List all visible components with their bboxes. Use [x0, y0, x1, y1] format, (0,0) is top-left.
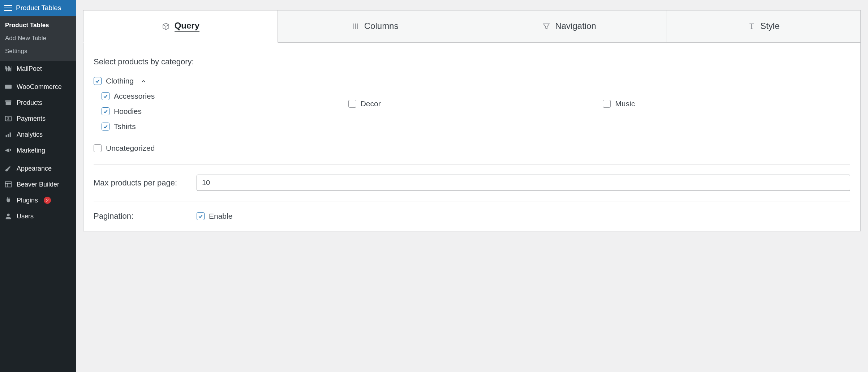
sidebar-item-payments[interactable]: $ Payments: [0, 111, 76, 127]
archive-icon: [4, 99, 12, 107]
sidebar-item-plugins[interactable]: Plugins 2: [0, 192, 76, 208]
query-panel: Select products by category: Clothing Ac…: [83, 43, 861, 231]
sidebar-item-analytics[interactable]: Analytics: [0, 127, 76, 142]
svg-rect-0: [5, 85, 12, 89]
settings-tabs: Query Columns Navigation Style: [83, 10, 861, 43]
hamburger-icon: [4, 5, 12, 11]
category-label: Decor: [361, 99, 381, 108]
category-children-clothing: Accessories Hoodies Tshirts: [102, 92, 341, 131]
category-grid: Clothing Accessories Hoodies Tshirts: [94, 77, 850, 153]
category-item-uncategorized: Uncategorized: [94, 144, 850, 153]
sidebar-item-products[interactable]: Products: [0, 95, 76, 111]
mailpoet-icon: [4, 65, 12, 73]
sidebar-item-label: Plugins: [17, 197, 38, 204]
checkbox-clothing[interactable]: [94, 77, 102, 85]
category-label: Tshirts: [114, 122, 136, 131]
divider: [94, 164, 850, 164]
woocommerce-icon: [4, 83, 12, 91]
brush-icon: [4, 164, 12, 172]
sidebar-item-label: Users: [17, 213, 34, 220]
plugins-update-badge: 2: [44, 197, 51, 204]
sidebar-item-label: WooCommerce: [17, 83, 62, 91]
category-item-music: Music: [603, 77, 850, 131]
sidebar-item-woocommerce[interactable]: WooCommerce: [0, 79, 76, 95]
chevron-up-icon[interactable]: [140, 78, 147, 84]
submenu-item-settings[interactable]: Settings: [0, 45, 76, 58]
category-item-accessories: Accessories: [102, 92, 341, 101]
category-item-tshirts: Tshirts: [102, 122, 341, 131]
sidebar-item-label: Beaver Builder: [17, 181, 59, 188]
sidebar-current-menu[interactable]: Product Tables: [0, 0, 76, 16]
layout-icon: [4, 180, 12, 188]
submenu-item-product-tables[interactable]: Product Tables: [0, 19, 76, 32]
category-label: Music: [615, 99, 635, 108]
pagination-enable-label: Enable: [209, 212, 232, 221]
svg-rect-1: [5, 101, 12, 102]
cube-icon: [162, 22, 170, 31]
svg-rect-6: [8, 134, 9, 137]
tab-label: Style: [760, 21, 779, 32]
max-products-input[interactable]: [197, 175, 850, 191]
max-products-label: Max products per page:: [94, 178, 189, 188]
sidebar-item-beaver-builder[interactable]: Beaver Builder: [0, 176, 76, 192]
sidebar-item-label: Appearance: [17, 165, 52, 172]
main-content: Query Columns Navigation Style Select pr…: [76, 0, 868, 372]
category-label: Uncategorized: [106, 144, 155, 153]
sidebar-item-label: Analytics: [17, 131, 43, 138]
megaphone-icon: [4, 146, 12, 154]
sidebar-item-label: Products: [17, 99, 42, 107]
svg-point-11: [7, 214, 9, 216]
sidebar-submenu: Product Tables Add New Table Settings: [0, 16, 76, 61]
svg-rect-8: [5, 182, 12, 187]
sidebar-item-label: Payments: [17, 115, 46, 123]
tab-label: Navigation: [555, 21, 596, 32]
checkbox-accessories[interactable]: [102, 92, 109, 100]
filter-icon: [542, 22, 551, 31]
pagination-row: Pagination: Enable: [94, 211, 850, 221]
sidebar-header-label: Product Tables: [16, 4, 61, 12]
sidebar-item-label: MailPoet: [17, 65, 42, 73]
checkbox-uncategorized[interactable]: [94, 144, 102, 152]
svg-rect-7: [10, 133, 11, 137]
category-item-clothing: Clothing: [94, 77, 341, 85]
sidebar-item-mailpoet[interactable]: MailPoet: [0, 61, 76, 77]
pagination-label: Pagination:: [94, 211, 189, 221]
svg-rect-5: [6, 135, 7, 137]
category-label: Hoodies: [114, 107, 142, 116]
tab-columns[interactable]: Columns: [278, 10, 472, 43]
submenu-item-add-new-table[interactable]: Add New Table: [0, 32, 76, 45]
category-item-hoodies: Hoodies: [102, 107, 341, 116]
max-products-row: Max products per page:: [94, 175, 850, 191]
tab-label: Columns: [364, 21, 399, 32]
chart-icon: [4, 131, 12, 138]
plug-icon: [4, 196, 12, 204]
sidebar-item-label: Marketing: [17, 147, 45, 154]
tab-label: Query: [175, 21, 199, 32]
select-category-label: Select products by category:: [94, 57, 850, 67]
user-icon: [4, 212, 12, 220]
tab-style[interactable]: Style: [666, 10, 861, 43]
pagination-enable: Enable: [197, 212, 232, 221]
divider: [94, 201, 850, 201]
checkbox-music[interactable]: [603, 100, 611, 108]
checkbox-hoodies[interactable]: [102, 107, 109, 115]
tab-query[interactable]: Query: [83, 10, 278, 43]
sidebar-item-marketing[interactable]: Marketing: [0, 142, 76, 158]
checkbox-decor[interactable]: [348, 100, 356, 108]
category-item-decor: Decor: [348, 77, 596, 131]
category-label: Accessories: [114, 92, 155, 101]
checkbox-pagination-enable[interactable]: [197, 212, 205, 220]
svg-text:$: $: [7, 116, 9, 121]
type-icon: [747, 22, 756, 31]
tab-navigation[interactable]: Navigation: [472, 10, 667, 43]
checkbox-tshirts[interactable]: [102, 123, 109, 131]
admin-sidebar: Product Tables Product Tables Add New Ta…: [0, 0, 76, 372]
sidebar-item-appearance[interactable]: Appearance: [0, 161, 76, 176]
svg-rect-2: [6, 102, 11, 105]
category-label: Clothing: [106, 77, 134, 85]
dollar-icon: $: [4, 115, 12, 123]
sidebar-item-users[interactable]: Users: [0, 208, 76, 224]
columns-icon: [351, 22, 360, 31]
